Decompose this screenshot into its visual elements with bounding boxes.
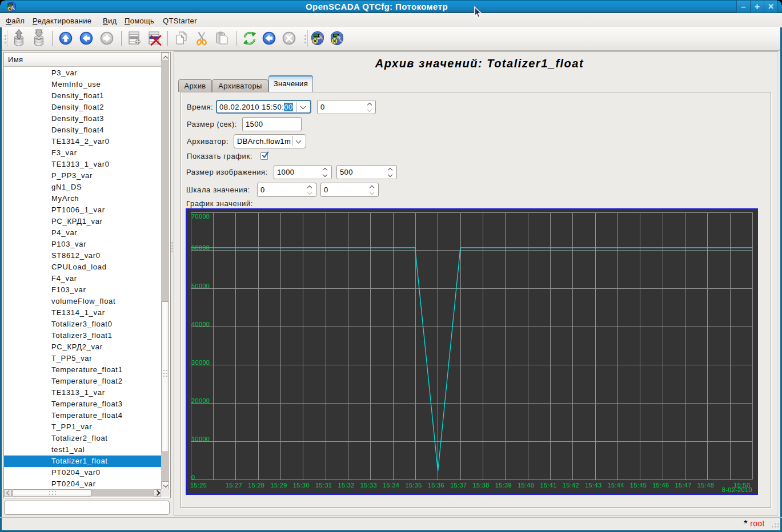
svg-text:50000: 50000 xyxy=(191,283,210,289)
svg-text:15:47: 15:47 xyxy=(675,482,691,489)
svg-text:15:31: 15:31 xyxy=(315,482,332,489)
svg-text:15:25: 15:25 xyxy=(190,482,207,489)
svg-text:15:48: 15:48 xyxy=(697,482,714,489)
svg-text:15:33: 15:33 xyxy=(360,482,377,489)
svg-text:15:36: 15:36 xyxy=(428,482,444,489)
svg-text:15:44: 15:44 xyxy=(607,482,624,489)
svg-text:15:41: 15:41 xyxy=(540,482,556,489)
svg-text:15:45: 15:45 xyxy=(630,482,647,489)
svg-text:15:43: 15:43 xyxy=(585,482,601,489)
svg-text:15:29: 15:29 xyxy=(270,482,287,489)
svg-text:8-02-2010: 8-02-2010 xyxy=(722,486,752,493)
svg-text:15:46: 15:46 xyxy=(652,482,669,489)
svg-text:10000: 10000 xyxy=(191,436,210,442)
svg-text:15:32: 15:32 xyxy=(338,482,354,489)
svg-text:15:30: 15:30 xyxy=(293,482,310,489)
svg-text:70000: 70000 xyxy=(191,213,210,220)
svg-text:15:37: 15:37 xyxy=(450,482,467,489)
svg-text:15:42: 15:42 xyxy=(563,482,579,489)
svg-text:15:38: 15:38 xyxy=(472,482,489,489)
svg-text:15:27: 15:27 xyxy=(226,482,242,489)
svg-text:30000: 30000 xyxy=(191,359,210,366)
svg-text:15:35: 15:35 xyxy=(405,482,422,489)
svg-text:15:34: 15:34 xyxy=(383,482,399,489)
svg-text:0: 0 xyxy=(191,474,195,481)
svg-text:40000: 40000 xyxy=(191,321,210,328)
svg-text:15:28: 15:28 xyxy=(248,482,264,489)
svg-text:15:40: 15:40 xyxy=(518,482,534,489)
svg-text:60000: 60000 xyxy=(191,244,210,251)
svg-text:15:39: 15:39 xyxy=(495,482,512,489)
svg-text:20000: 20000 xyxy=(191,397,210,404)
